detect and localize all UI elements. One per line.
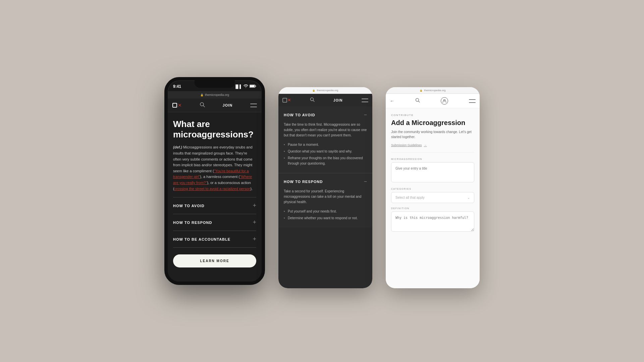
- contribute-label: CONTRIBUTE: [391, 114, 474, 117]
- lock-icon-2: 🔒: [312, 89, 315, 92]
- accordion-accountable-icon: +: [253, 236, 256, 243]
- menu-icon-2[interactable]: [362, 97, 368, 103]
- phone-3: 🔒 themicropedia.org ←: [386, 87, 480, 288]
- accordion-accountable-label: HOW TO BE ACCOUNTABLE: [173, 237, 230, 241]
- search-icon-3[interactable]: [415, 98, 420, 104]
- signal-icon: ▐▌▌: [234, 84, 242, 88]
- svg-rect-2: [256, 86, 256, 87]
- microaggression-input[interactable]: [391, 162, 474, 182]
- bullet-r1: Put yourself and your needs first.: [284, 209, 367, 214]
- bullet-r2: Determine whether you want to respond or…: [284, 216, 367, 221]
- bullet-1: Pause for a moment.: [284, 142, 367, 147]
- browser-url-3: themicropedia.org: [424, 89, 445, 92]
- link-trans[interactable]: "You're beautiful for a transgender girl…: [173, 169, 249, 179]
- lock-icon: 🔒: [200, 94, 204, 97]
- join-button-2[interactable]: JOIN: [333, 99, 342, 102]
- definition-input[interactable]: [391, 212, 474, 232]
- logo-square-icon: [172, 103, 177, 108]
- expanded-respond-body: Take a second for yourself. Experiencing…: [284, 189, 367, 205]
- phone-content-2: HOW TO AVOID − Take the time to think fi…: [278, 107, 372, 288]
- submission-guidelines-link[interactable]: Submission Guidelines →: [391, 143, 474, 153]
- accordion-respond-icon: +: [253, 219, 256, 226]
- browser-url-1: themicropedia.org: [205, 93, 229, 97]
- accordion-avoid-icon: +: [253, 202, 256, 209]
- svg-line-8: [419, 101, 420, 103]
- logo-1: ✕: [172, 103, 182, 108]
- form-subtitle: Join the community working towards chang…: [391, 129, 474, 139]
- accordion-respond-label: HOW TO RESPOND: [173, 221, 212, 225]
- user-avatar-icon[interactable]: [441, 97, 448, 105]
- menu-icon-3[interactable]: [469, 98, 476, 104]
- browser-bar-1: 🔒 themicropedia.org: [168, 91, 262, 99]
- accordion-avoid-label: HOW TO AVOID: [173, 204, 205, 208]
- phone-content-3: CONTRIBUTE Add a Microaggression Join th…: [386, 108, 480, 288]
- phone-nav-1: ✕ JOIN: [168, 99, 262, 112]
- browser-bar-3: 🔒 themicropedia.org: [386, 87, 480, 94]
- status-time: 9:41: [173, 84, 181, 89]
- main-title-1: What are microaggressions?: [173, 119, 256, 140]
- search-icon-1[interactable]: [200, 102, 205, 109]
- accordion-respond[interactable]: HOW TO RESPOND +: [173, 214, 256, 231]
- definition-label: DEFINITION: [391, 207, 474, 209]
- svg-line-4: [203, 106, 205, 107]
- expanded-avoid-minus[interactable]: −: [364, 112, 367, 118]
- learn-more-button[interactable]: LEARN MORE: [173, 254, 256, 267]
- status-icons: ▐▌▌: [234, 84, 256, 88]
- phone-nav-3: ←: [386, 94, 480, 108]
- expanded-avoid-title: HOW TO AVOID: [284, 113, 315, 117]
- submission-arrow-icon: →: [424, 143, 427, 147]
- expanded-avoid-bullets: Pause for a moment. Question what you wa…: [284, 142, 367, 166]
- logo-x: ✕: [178, 103, 182, 108]
- categories-select[interactable]: Select all that apply ⌄: [391, 192, 474, 203]
- browser-bar-2: 🔒 themicropedia.org: [278, 87, 372, 94]
- def-italic: (def.): [173, 145, 182, 149]
- form-title: Add a Microaggression: [391, 119, 474, 127]
- phone-1: 9:41 ▐▌▌: [164, 77, 265, 285]
- expanded-avoid-body: Take the time to think first. Microaggre…: [284, 122, 367, 138]
- expanded-respond-bullets: Put yourself and your needs first. Deter…: [284, 209, 367, 221]
- phone-nav-2: ✕ JOIN: [278, 94, 372, 107]
- phone-content-1: What are microaggressions? (def.) Microa…: [168, 112, 262, 282]
- expanded-avoid: HOW TO AVOID − Take the time to think fi…: [278, 107, 372, 173]
- accordion-avoid[interactable]: HOW TO AVOID +: [173, 197, 256, 214]
- expanded-respond-minus[interactable]: −: [364, 179, 367, 185]
- expanded-respond-title: HOW TO RESPOND: [284, 180, 323, 184]
- scene: 9:41 ▐▌▌: [0, 0, 644, 362]
- microaggression-label: MICROAGGRESSION: [391, 158, 474, 160]
- lock-icon-3: 🔒: [420, 89, 423, 92]
- wifi-icon: [244, 84, 248, 88]
- phone-notch: [195, 80, 235, 88]
- battery-icon: [250, 84, 256, 88]
- phone-2: 🔒 themicropedia.org ✕ JOIN: [278, 87, 372, 288]
- categories-label: CATEGORIES: [391, 188, 474, 190]
- submission-link-text: Submission Guidelines: [391, 143, 422, 147]
- menu-icon-1[interactable]: [250, 102, 257, 108]
- categories-placeholder: Select all that apply: [395, 196, 425, 199]
- bullet-3: Reframe your thoughts on the bias you di…: [284, 156, 367, 166]
- categories-chevron-icon: ⌄: [467, 196, 470, 199]
- body-text-1: (def.) Microaggressions are everyday snu…: [173, 144, 256, 192]
- browser-url-2: themicropedia.org: [317, 89, 338, 92]
- join-button-1[interactable]: JOIN: [223, 103, 233, 107]
- link-street[interactable]: crossing the street to avoid a racialize…: [174, 187, 251, 191]
- accordion-accountable[interactable]: HOW TO BE ACCOUNTABLE +: [173, 231, 256, 248]
- expanded-respond: HOW TO RESPOND − Take a second for yours…: [278, 173, 372, 228]
- svg-rect-1: [250, 85, 255, 87]
- bullet-2: Question what you want to say/do and why…: [284, 149, 367, 154]
- svg-line-6: [313, 101, 314, 102]
- logo-2: ✕: [282, 98, 291, 103]
- search-icon-2[interactable]: [310, 97, 315, 103]
- logo-square-2: [282, 98, 287, 103]
- logo-x-2: ✕: [287, 98, 291, 103]
- back-arrow-icon[interactable]: ←: [390, 98, 394, 104]
